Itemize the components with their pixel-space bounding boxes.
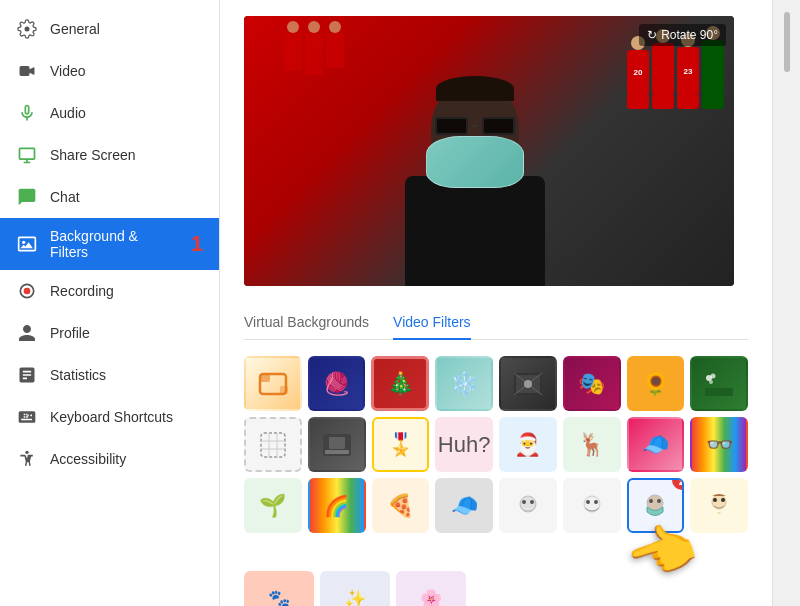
sidebar-item-chat[interactable]: Chat [0, 176, 219, 218]
statistics-icon [16, 364, 38, 386]
filter-item[interactable]: 🦌 [563, 417, 621, 472]
svg-rect-16 [261, 433, 285, 457]
filter-item[interactable]: ❄️ [435, 356, 493, 411]
svg-point-29 [594, 500, 598, 504]
filters-row-3: 🌱 🌈 🍕 🧢 [244, 478, 748, 565]
svg-point-3 [25, 451, 28, 454]
filters-section: 🧶 🎄 ❄️ 🎭 🌻 [244, 356, 748, 606]
svg-point-14 [709, 380, 713, 384]
filter-item[interactable]: 🍕 [372, 478, 430, 533]
svg-point-28 [586, 500, 590, 504]
sidebar-item-share-screen[interactable]: Share Screen [0, 134, 219, 176]
sidebar-item-statistics-label: Statistics [50, 367, 106, 383]
filter-item[interactable]: ✨ [320, 571, 390, 606]
sidebar-item-accessibility[interactable]: Accessibility [0, 438, 219, 480]
sidebar-item-background-filters-label: Background & Filters [50, 228, 175, 260]
sidebar-item-profile[interactable]: Profile [0, 312, 219, 354]
filter-item[interactable]: 🧶 [308, 356, 366, 411]
audio-icon [16, 102, 38, 124]
filter-item[interactable] [690, 478, 748, 533]
scrollbar[interactable] [772, 0, 800, 606]
svg-point-35 [721, 498, 725, 502]
svg-point-0 [22, 241, 25, 244]
video-preview: 20 23 [244, 16, 734, 286]
svg-point-34 [713, 498, 717, 502]
sidebar-item-recording-label: Recording [50, 283, 114, 299]
sidebar-item-recording[interactable]: Recording [0, 270, 219, 312]
filter-item[interactable] [690, 356, 748, 411]
filter-item[interactable] [244, 417, 302, 472]
svg-rect-6 [280, 386, 288, 394]
person-with-mask [405, 61, 545, 286]
sidebar-item-general[interactable]: General [0, 8, 219, 50]
svg-rect-23 [325, 450, 349, 454]
filter-item[interactable]: 🌸 [396, 571, 466, 606]
tab-virtual-backgrounds[interactable]: Virtual Backgrounds [244, 306, 369, 340]
filter-item[interactable] [244, 356, 302, 411]
chat-icon [16, 186, 38, 208]
sidebar-item-keyboard-shortcuts-label: Keyboard Shortcuts [50, 409, 173, 425]
svg-point-33 [712, 495, 726, 509]
filters-row-2: 🎖️ Huh? 🎅 🦌 🧢 👓 [244, 417, 748, 472]
filter-item[interactable]: 🧢 [435, 478, 493, 533]
keyboard-icon [16, 406, 38, 428]
scroll-thumb[interactable] [784, 12, 790, 72]
filter-item[interactable]: 🎖️ [372, 417, 430, 472]
sidebar: General Video Audio Share Screen Chat Ba… [0, 0, 220, 606]
sidebar-item-accessibility-label: Accessibility [50, 451, 126, 467]
bg-players-left [284, 21, 344, 75]
tab-video-filters[interactable]: Video Filters [393, 306, 471, 340]
sidebar-item-general-label: General [50, 21, 100, 37]
svg-rect-15 [705, 388, 733, 396]
video-background: 20 23 [244, 16, 734, 286]
filter-item[interactable]: 🎭 [563, 356, 621, 411]
share-screen-icon [16, 144, 38, 166]
rotate-button[interactable]: ↻ Rotate 90° [639, 24, 726, 46]
filters-row-1: 🧶 🎄 ❄️ 🎭 🌻 [244, 356, 748, 411]
filter-item-face-mask[interactable]: 2 Face Mask [627, 478, 685, 533]
filter-item[interactable]: 🐾 [244, 571, 314, 606]
sidebar-item-keyboard-shortcuts[interactable]: Keyboard Shortcuts [0, 396, 219, 438]
filter-item[interactable]: 🎄 [371, 356, 429, 411]
filter-item[interactable]: 🌈 [308, 478, 366, 533]
video-icon [16, 60, 38, 82]
filter-item[interactable] [308, 417, 366, 472]
filter-item[interactable]: Huh? [435, 417, 493, 472]
profile-icon [16, 322, 38, 344]
settings-icon [16, 18, 38, 40]
filter-item[interactable]: 🎅 [499, 417, 557, 472]
sidebar-item-share-screen-label: Share Screen [50, 147, 136, 163]
sidebar-item-profile-label: Profile [50, 325, 90, 341]
rotate-label: Rotate 90° [661, 28, 718, 42]
filter-item[interactable] [499, 356, 557, 411]
filters-row-4: 🐾 ✨ 🌸 [244, 571, 748, 606]
sidebar-item-audio-label: Audio [50, 105, 86, 121]
annotation-2: 2 [672, 478, 684, 490]
svg-rect-22 [329, 437, 345, 449]
tabs-container: Virtual Backgrounds Video Filters [244, 306, 748, 340]
annotation-1: 1 [191, 231, 203, 257]
main-content: 20 23 [220, 0, 772, 606]
svg-point-2 [24, 288, 31, 295]
sidebar-item-statistics[interactable]: Statistics [0, 354, 219, 396]
filter-item[interactable]: 👓 [690, 417, 748, 472]
rotate-icon: ↻ [647, 28, 657, 42]
svg-point-11 [524, 380, 532, 388]
recording-icon [16, 280, 38, 302]
filter-item[interactable] [499, 478, 557, 533]
svg-point-31 [649, 499, 653, 503]
filter-item[interactable]: 🧢 [627, 417, 685, 472]
background-filters-icon [16, 233, 38, 255]
accessibility-icon [16, 448, 38, 470]
sidebar-item-chat-label: Chat [50, 189, 80, 205]
sidebar-item-video[interactable]: Video [0, 50, 219, 92]
svg-point-25 [522, 500, 526, 504]
filter-item[interactable]: 🌻 [627, 356, 685, 411]
svg-rect-5 [260, 374, 270, 382]
filter-item[interactable]: 🌱 [244, 478, 302, 533]
svg-point-13 [711, 373, 716, 378]
filter-item[interactable] [563, 478, 621, 533]
sidebar-item-background-filters[interactable]: Background & Filters 1 [0, 218, 219, 270]
sidebar-item-video-label: Video [50, 63, 86, 79]
sidebar-item-audio[interactable]: Audio [0, 92, 219, 134]
